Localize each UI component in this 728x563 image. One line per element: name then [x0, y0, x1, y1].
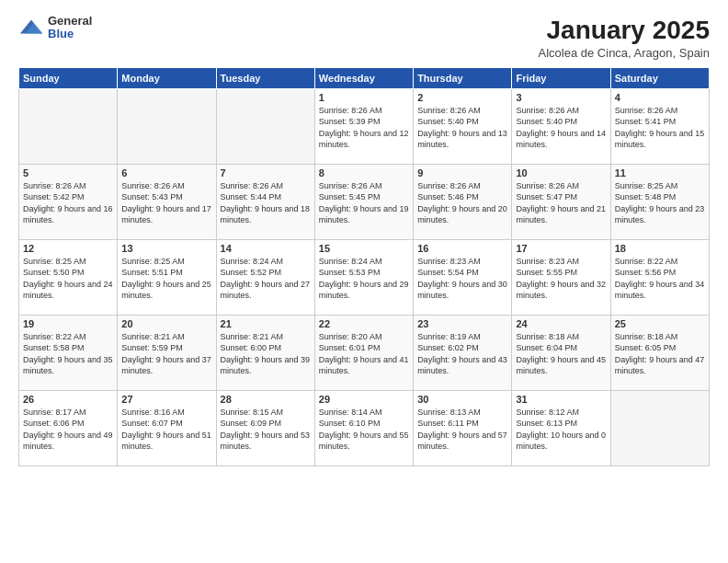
day-number: 1 [319, 92, 409, 103]
table-row: 8Sunrise: 8:26 AMSunset: 5:45 PMDaylight… [314, 164, 413, 239]
table-row: 16Sunrise: 8:23 AMSunset: 5:54 PMDayligh… [414, 239, 512, 315]
day-info: Sunrise: 8:16 AMSunset: 6:07 PMDaylight:… [121, 407, 211, 453]
day-number: 31 [516, 394, 606, 405]
logo-text: General Blue [48, 15, 92, 41]
day-number: 17 [516, 243, 606, 254]
table-row: 22Sunrise: 8:20 AMSunset: 6:01 PMDayligh… [314, 315, 413, 390]
calendar-week-row: 26Sunrise: 8:17 AMSunset: 6:06 PMDayligh… [19, 390, 710, 465]
table-row: 1Sunrise: 8:26 AMSunset: 5:39 PMDaylight… [314, 88, 413, 164]
day-number: 5 [23, 167, 113, 178]
day-info: Sunrise: 8:23 AMSunset: 5:54 PMDaylight:… [417, 256, 507, 302]
day-info: Sunrise: 8:21 AMSunset: 6:00 PMDaylight:… [221, 331, 311, 377]
day-info: Sunrise: 8:26 AMSunset: 5:42 PMDaylight:… [23, 180, 113, 226]
table-row: 29Sunrise: 8:14 AMSunset: 6:10 PMDayligh… [314, 390, 413, 465]
day-info: Sunrise: 8:24 AMSunset: 5:53 PMDaylight:… [319, 256, 409, 302]
table-row [19, 88, 118, 164]
header-monday: Monday [118, 67, 216, 88]
day-info: Sunrise: 8:21 AMSunset: 5:59 PMDaylight:… [121, 331, 211, 377]
table-row: 19Sunrise: 8:22 AMSunset: 5:58 PMDayligh… [19, 315, 118, 390]
table-row: 4Sunrise: 8:26 AMSunset: 5:41 PMDaylight… [610, 88, 709, 164]
day-number: 30 [417, 394, 507, 405]
day-info: Sunrise: 8:19 AMSunset: 6:02 PMDaylight:… [417, 331, 507, 377]
table-row: 28Sunrise: 8:15 AMSunset: 6:09 PMDayligh… [216, 390, 314, 465]
table-row: 6Sunrise: 8:26 AMSunset: 5:43 PMDaylight… [118, 164, 216, 239]
day-number: 18 [615, 243, 705, 254]
day-number: 22 [319, 318, 409, 329]
day-number: 29 [319, 394, 409, 405]
day-info: Sunrise: 8:26 AMSunset: 5:40 PMDaylight:… [516, 105, 606, 151]
day-info: Sunrise: 8:26 AMSunset: 5:46 PMDaylight:… [417, 180, 507, 226]
day-info: Sunrise: 8:12 AMSunset: 6:13 PMDaylight:… [516, 407, 606, 453]
calendar-table: Sunday Monday Tuesday Wednesday Thursday… [18, 67, 710, 466]
logo-icon [18, 15, 44, 40]
header-sunday: Sunday [19, 67, 118, 88]
table-row: 20Sunrise: 8:21 AMSunset: 5:59 PMDayligh… [118, 315, 216, 390]
day-info: Sunrise: 8:26 AMSunset: 5:47 PMDaylight:… [516, 180, 606, 226]
table-row: 21Sunrise: 8:21 AMSunset: 6:00 PMDayligh… [216, 315, 314, 390]
table-row: 9Sunrise: 8:26 AMSunset: 5:46 PMDaylight… [414, 164, 512, 239]
day-info: Sunrise: 8:24 AMSunset: 5:52 PMDaylight:… [221, 256, 311, 302]
calendar-week-row: 1Sunrise: 8:26 AMSunset: 5:39 PMDaylight… [19, 88, 710, 164]
day-number: 10 [516, 167, 606, 178]
day-number: 14 [221, 243, 311, 254]
table-row: 18Sunrise: 8:22 AMSunset: 5:56 PMDayligh… [610, 239, 709, 315]
table-row: 10Sunrise: 8:26 AMSunset: 5:47 PMDayligh… [512, 164, 610, 239]
day-number: 3 [516, 92, 606, 103]
table-row: 13Sunrise: 8:25 AMSunset: 5:51 PMDayligh… [118, 239, 216, 315]
calendar-week-row: 12Sunrise: 8:25 AMSunset: 5:50 PMDayligh… [19, 239, 710, 315]
logo-general: General [48, 15, 92, 28]
table-row: 26Sunrise: 8:17 AMSunset: 6:06 PMDayligh… [19, 390, 118, 465]
day-info: Sunrise: 8:26 AMSunset: 5:45 PMDaylight:… [319, 180, 409, 226]
day-info: Sunrise: 8:26 AMSunset: 5:39 PMDaylight:… [319, 105, 409, 151]
table-row: 27Sunrise: 8:16 AMSunset: 6:07 PMDayligh… [118, 390, 216, 465]
calendar-title: January 2025 [539, 15, 710, 46]
day-number: 13 [121, 243, 211, 254]
day-info: Sunrise: 8:25 AMSunset: 5:51 PMDaylight:… [121, 256, 211, 302]
day-info: Sunrise: 8:23 AMSunset: 5:55 PMDaylight:… [516, 256, 606, 302]
day-number: 28 [221, 394, 311, 405]
day-info: Sunrise: 8:18 AMSunset: 6:05 PMDaylight:… [615, 331, 705, 377]
day-info: Sunrise: 8:22 AMSunset: 5:56 PMDaylight:… [615, 256, 705, 302]
table-row: 17Sunrise: 8:23 AMSunset: 5:55 PMDayligh… [512, 239, 610, 315]
day-info: Sunrise: 8:13 AMSunset: 6:11 PMDaylight:… [417, 407, 507, 453]
logo: General Blue [18, 15, 92, 41]
table-row [118, 88, 216, 164]
day-number: 21 [221, 318, 311, 329]
table-row: 15Sunrise: 8:24 AMSunset: 5:53 PMDayligh… [314, 239, 413, 315]
day-info: Sunrise: 8:26 AMSunset: 5:43 PMDaylight:… [121, 180, 211, 226]
header-saturday: Saturday [610, 67, 709, 88]
table-row: 11Sunrise: 8:25 AMSunset: 5:48 PMDayligh… [610, 164, 709, 239]
header-thursday: Thursday [414, 67, 512, 88]
header-friday: Friday [512, 67, 610, 88]
day-info: Sunrise: 8:25 AMSunset: 5:48 PMDaylight:… [615, 180, 705, 226]
day-number: 4 [615, 92, 705, 103]
table-row [610, 390, 709, 465]
table-row: 5Sunrise: 8:26 AMSunset: 5:42 PMDaylight… [19, 164, 118, 239]
day-info: Sunrise: 8:20 AMSunset: 6:01 PMDaylight:… [319, 331, 409, 377]
table-row: 24Sunrise: 8:18 AMSunset: 6:04 PMDayligh… [512, 315, 610, 390]
table-row: 25Sunrise: 8:18 AMSunset: 6:05 PMDayligh… [610, 315, 709, 390]
header-tuesday: Tuesday [216, 67, 314, 88]
day-number: 19 [23, 318, 113, 329]
day-info: Sunrise: 8:15 AMSunset: 6:09 PMDaylight:… [221, 407, 311, 453]
day-number: 11 [615, 167, 705, 178]
table-row: 7Sunrise: 8:26 AMSunset: 5:44 PMDaylight… [216, 164, 314, 239]
table-row: 12Sunrise: 8:25 AMSunset: 5:50 PMDayligh… [19, 239, 118, 315]
day-number: 24 [516, 318, 606, 329]
day-number: 8 [319, 167, 409, 178]
day-info: Sunrise: 8:17 AMSunset: 6:06 PMDaylight:… [23, 407, 113, 453]
day-number: 23 [417, 318, 507, 329]
title-block: January 2025 Alcolea de Cinca, Aragon, S… [539, 15, 710, 60]
day-number: 27 [121, 394, 211, 405]
table-row [216, 88, 314, 164]
table-row: 2Sunrise: 8:26 AMSunset: 5:40 PMDaylight… [414, 88, 512, 164]
day-number: 15 [319, 243, 409, 254]
logo-blue: Blue [48, 28, 92, 40]
page: General Blue January 2025 Alcolea de Cin… [0, 0, 728, 563]
day-info: Sunrise: 8:25 AMSunset: 5:50 PMDaylight:… [23, 256, 113, 302]
table-row: 14Sunrise: 8:24 AMSunset: 5:52 PMDayligh… [216, 239, 314, 315]
calendar-subtitle: Alcolea de Cinca, Aragon, Spain [539, 46, 710, 60]
day-number: 25 [615, 318, 705, 329]
table-row: 23Sunrise: 8:19 AMSunset: 6:02 PMDayligh… [414, 315, 512, 390]
calendar-week-row: 19Sunrise: 8:22 AMSunset: 5:58 PMDayligh… [19, 315, 710, 390]
